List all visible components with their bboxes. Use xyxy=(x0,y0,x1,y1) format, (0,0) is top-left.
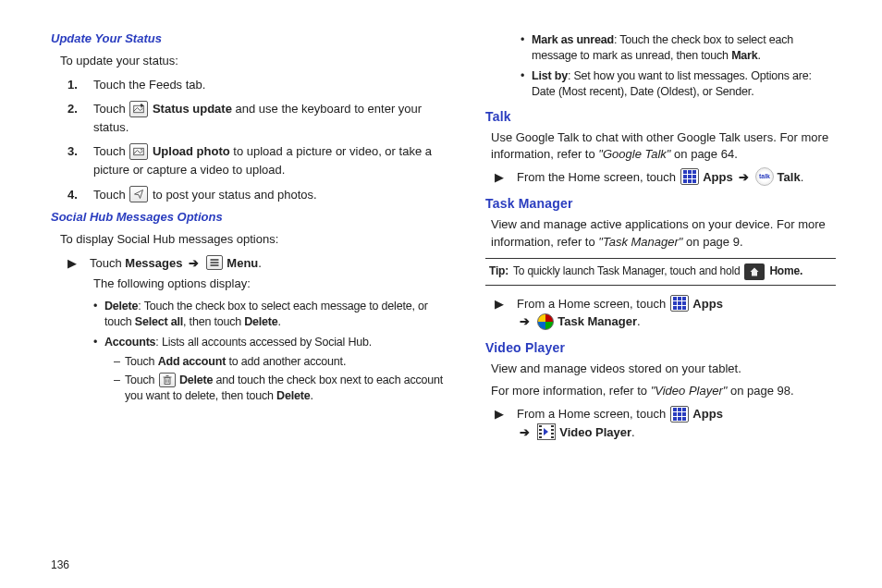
bold-text: Status update xyxy=(153,102,232,116)
text: For more information, refer to xyxy=(491,384,651,398)
trash-icon xyxy=(159,373,176,387)
social-hub-action: ▶ Touch Messages ➔ Menu. xyxy=(67,254,448,273)
svg-point-3 xyxy=(141,149,143,151)
video-player-icon xyxy=(537,423,556,440)
bold-text: Apps xyxy=(692,297,723,311)
bullet-item: Delete: Touch the check box to select ea… xyxy=(93,299,448,330)
arrow-bullet-icon: ▶ xyxy=(495,295,517,331)
intro-social-hub: To display Social Hub messages options: xyxy=(60,231,448,249)
text: on page 98. xyxy=(727,384,793,398)
text: Touch xyxy=(93,188,129,202)
bold-text: List by xyxy=(532,69,568,82)
video-player-action: ▶ From a Home screen, touch Apps ➔ Video… xyxy=(495,405,836,441)
text: Touch xyxy=(93,144,129,158)
text: on page 9. xyxy=(682,235,742,249)
menu-icon xyxy=(206,255,223,270)
action-text: From a Home screen, touch Apps ➔ Task Ma… xyxy=(517,295,836,331)
bold-text: Apps xyxy=(703,170,733,184)
page-number: 136 xyxy=(51,558,69,571)
video-player-body1: View and manage videos stored on your ta… xyxy=(491,361,836,377)
action-text: From a Home screen, touch Apps ➔ Video P… xyxy=(517,405,836,441)
task-manager-icon xyxy=(537,313,554,330)
text: . xyxy=(278,315,281,328)
text: . xyxy=(758,49,761,62)
nav-arrow-icon: ➔ xyxy=(520,425,530,439)
tip-box: Tip: To quickly launch Task Manager, tou… xyxy=(485,258,836,286)
heading-social-hub: Social Hub Messages Options xyxy=(51,210,448,224)
talk-action: ▶ From the Home screen, touch Apps ➔ tal… xyxy=(495,168,836,188)
continued-bullets: Mark as unread: Touch the check box to s… xyxy=(521,32,836,100)
bold-text: Mark as unread xyxy=(532,33,614,46)
arrow-bullet-icon: ▶ xyxy=(495,168,517,188)
task-manager-body: View and manage active applications on y… xyxy=(491,216,836,250)
bold-text: Delete xyxy=(104,300,138,312)
action-text: From the Home screen, touch Apps ➔ talk … xyxy=(517,168,836,188)
bold-text: Accounts xyxy=(104,336,155,349)
bullet-item: Accounts: Lists all accounts accessed by… xyxy=(93,335,448,405)
nav-arrow-icon: ➔ xyxy=(520,314,530,328)
text: to add another account. xyxy=(226,355,346,368)
italic-ref: "Task Manager" xyxy=(598,235,682,249)
bold-text: Messages xyxy=(125,256,182,270)
bold-text: Delete xyxy=(244,315,277,328)
arrow-bullet-icon: ▶ xyxy=(495,405,517,441)
bold-text: Select all xyxy=(135,315,183,328)
talk-icon: talk xyxy=(755,167,774,186)
heading-video-player: Video Player xyxy=(485,340,836,355)
bold-text: Add account xyxy=(158,355,227,368)
apps-icon xyxy=(670,406,689,423)
tip-label: Tip: xyxy=(489,263,508,279)
intro-update-status: To update your status: xyxy=(60,53,448,70)
home-label: Home. xyxy=(769,263,802,279)
following-options-text: The following options display: xyxy=(93,276,448,293)
bold-text: Video Player xyxy=(559,425,631,439)
post-icon xyxy=(129,186,148,202)
dash-item: Touch Add account to add another account… xyxy=(114,354,448,370)
text: Touch xyxy=(125,374,158,386)
bold-text: Apps xyxy=(692,407,723,421)
social-hub-dashes: Touch Add account to add another account… xyxy=(114,354,448,405)
step-text: Touch Upload photo to upload a picture o… xyxy=(93,142,448,179)
text: Touch xyxy=(125,355,158,368)
bullet-item: Mark as unread: Touch the check box to s… xyxy=(521,32,836,64)
nav-arrow-icon: ➔ xyxy=(739,170,749,184)
step-text: Touch Status update and use the keyboard… xyxy=(93,100,448,137)
italic-ref: "Video Player" xyxy=(651,384,728,398)
home-icon xyxy=(744,263,765,280)
action-text: Touch Messages ➔ Menu. xyxy=(90,254,448,273)
text: , then touch xyxy=(183,315,244,328)
video-player-body2: For more information, refer to "Video Pl… xyxy=(491,383,836,399)
talk-body: Use Google Talk to chat with other Googl… xyxy=(491,129,836,163)
step-number: 2. xyxy=(67,100,93,137)
bold-text: Delete xyxy=(276,389,310,402)
italic-ref: "Google Talk" xyxy=(598,147,670,161)
status-update-icon xyxy=(129,101,148,117)
heading-task-manager: Task Manager xyxy=(485,196,836,211)
bold-text: Mark xyxy=(731,49,757,62)
text: From the Home screen, touch xyxy=(517,170,680,184)
task-manager-action: ▶ From a Home screen, touch Apps ➔ Task … xyxy=(495,295,836,331)
bold-text: Upload photo xyxy=(153,144,230,158)
bold-text: Delete xyxy=(179,374,213,386)
bold-text: Menu xyxy=(227,256,258,270)
bullet-item: List by: Set how you want to list messag… xyxy=(521,68,836,100)
text: From a Home screen, touch xyxy=(517,407,669,421)
upload-photo-icon xyxy=(129,143,148,160)
bold-text: Task Manager xyxy=(557,314,637,328)
social-hub-bullets: Delete: Touch the check box to select ea… xyxy=(93,299,448,404)
text: : Set how you want to list messages. Opt… xyxy=(532,69,812,98)
text: From a Home screen, touch xyxy=(517,297,669,311)
step-text: Touch the Feeds tab. xyxy=(93,76,448,94)
bold-text: Talk xyxy=(778,170,801,184)
dash-item: Touch Delete and touch the check box nex… xyxy=(114,373,448,404)
text: to post your status and photos. xyxy=(153,188,317,202)
text: Touch xyxy=(90,256,125,270)
text: . xyxy=(310,389,312,402)
text: Touch xyxy=(93,102,129,116)
step-number: 3. xyxy=(67,142,93,179)
nav-arrow-icon: ➔ xyxy=(189,256,199,270)
step-number: 1. xyxy=(67,76,93,94)
arrow-bullet-icon: ▶ xyxy=(67,254,90,273)
step-number: 4. xyxy=(67,186,93,204)
heading-talk: Talk xyxy=(485,109,836,124)
